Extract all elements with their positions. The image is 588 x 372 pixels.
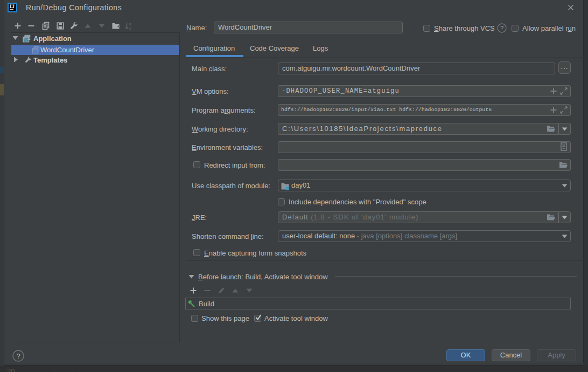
svg-text:?: ? xyxy=(17,352,20,360)
svg-text:a: a xyxy=(129,22,131,26)
svg-text:?: ? xyxy=(500,25,503,31)
svg-text:z: z xyxy=(129,26,131,30)
